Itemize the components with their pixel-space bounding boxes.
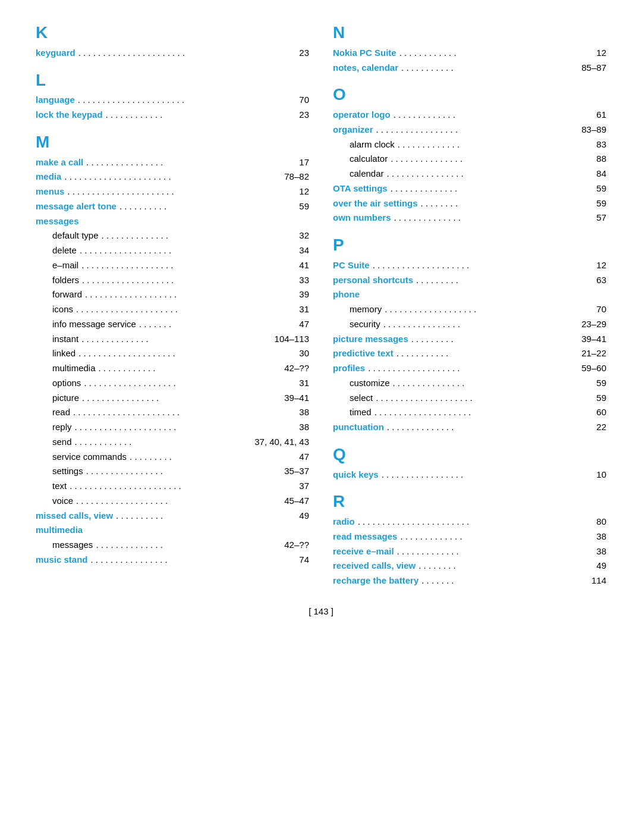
entry-page: 39–41 <box>581 332 606 347</box>
sub-entry-page: 104–113 <box>275 332 309 347</box>
sub-entry-term: default type <box>52 228 99 243</box>
sub-entry-page: 35–37 <box>284 464 309 479</box>
entry-dots: . . . . . . . . . . . . . . . . . . . . … <box>67 184 289 199</box>
entry-page: 12 <box>588 258 606 273</box>
entry-term: lock the keypad <box>36 108 103 123</box>
sub-entry-dots: . . . . . . . . . . . . . . . . . . . <box>84 376 289 391</box>
sub-list-item: timed . . . . . . . . . . . . . . . . . … <box>333 405 606 420</box>
page-layout: Kkeyguard . . . . . . . . . . . . . . . … <box>36 24 606 588</box>
entry-dots: . . . . . . . . . . . . . . <box>391 181 587 196</box>
entry-term: make a call <box>36 155 83 170</box>
sub-entry-term: select <box>350 391 373 406</box>
sub-entry-page: 60 <box>588 405 606 420</box>
entry-page: 21–22 <box>581 346 606 361</box>
sub-entry-dots: . . . . . . . . . . . . . . . . . . . <box>81 258 289 273</box>
entry-term: picture messages <box>333 332 408 347</box>
section-letter: R <box>333 493 606 511</box>
entry-term: own numbers <box>333 211 391 225</box>
sub-entry-term: calendar <box>350 167 384 181</box>
sub-entry-term: security <box>350 317 380 332</box>
entry-dots: . . . . . . . . . . . . . <box>397 544 587 559</box>
entry-page: 38 <box>588 544 606 559</box>
sub-entry-dots: . . . . . . . . . . . . . . . . . . . . … <box>70 479 289 494</box>
list-item: recharge the battery . . . . . . . 114 <box>333 573 606 588</box>
entry-dots: . . . . . . . . . . . . . . . . . . . <box>368 361 580 376</box>
sub-entry-page: 34 <box>291 243 309 258</box>
entry-term: media <box>36 170 61 184</box>
entry-page: 12 <box>291 184 309 199</box>
sub-entry-term: folders <box>52 273 79 288</box>
sub-entry-page: 39 <box>291 287 309 302</box>
entry-term: organizer <box>333 123 373 137</box>
sub-entry-dots: . . . . . . . . . . . . . . <box>102 228 289 243</box>
sub-list-item: security . . . . . . . . . . . . . . . .… <box>333 317 606 332</box>
list-item: language . . . . . . . . . . . . . . . .… <box>36 93 309 108</box>
list-item: missed calls, view . . . . . . . . . . 4… <box>36 509 309 524</box>
sub-entry-term: linked <box>52 346 75 361</box>
entry-term: notes, calendar <box>333 61 398 76</box>
sub-list-item: info message service . . . . . . . 47 <box>36 317 309 332</box>
sub-entry-page: 47 <box>291 450 309 465</box>
entry-dots: . . . . . . . . . <box>411 332 580 347</box>
entry-dots: . . . . . . . . . . . . <box>399 46 587 61</box>
sub-entry-page: 39–41 <box>284 391 309 406</box>
list-item: picture messages . . . . . . . . . 39–41 <box>333 332 606 347</box>
entry-dots: . . . . . . . . . . . . . . <box>387 420 587 435</box>
sub-list-item: default type . . . . . . . . . . . . . .… <box>36 228 309 243</box>
entry-dots: . . . . . . . . . . . . . . . . . . . . … <box>358 515 587 529</box>
list-item: multimedia <box>36 523 309 538</box>
sub-entry-page: 84 <box>588 167 606 181</box>
section-letter: Q <box>333 446 606 464</box>
entry-page: 83–89 <box>581 123 606 137</box>
entry-dots: . . . . . . . . . . . . . . . . . <box>376 123 580 137</box>
sub-entry-dots: . . . . . . . . . . . . . . . . <box>383 317 580 332</box>
sub-entry-dots: . . . . . . . . . . . . . . . . . . . <box>385 302 587 317</box>
entry-page: 59 <box>291 199 309 214</box>
sub-entry-page: 41 <box>291 258 309 273</box>
sub-list-item: settings . . . . . . . . . . . . . . . .… <box>36 464 309 479</box>
entry-page: 61 <box>588 108 606 123</box>
list-item: operator logo . . . . . . . . . . . . . … <box>333 108 606 123</box>
sub-entry-page: 38 <box>291 420 309 435</box>
section-letter: L <box>36 71 309 90</box>
entry-dots: . . . . . . . . . . . . . <box>394 108 587 123</box>
section-letter: N <box>333 24 606 42</box>
sub-entry-page: 47 <box>291 317 309 332</box>
sub-list-item: customize . . . . . . . . . . . . . . . … <box>333 376 606 391</box>
sub-entry-page: 70 <box>588 302 606 317</box>
entry-dots: . . . . . . . . . . . . . <box>400 529 587 544</box>
sub-entry-term: picture <box>52 391 79 406</box>
sub-entry-term: service commands <box>52 450 127 465</box>
sub-list-item: reply . . . . . . . . . . . . . . . . . … <box>36 420 309 435</box>
sub-list-item: calendar . . . . . . . . . . . . . . . .… <box>333 167 606 181</box>
sub-entry-page: 31 <box>291 302 309 317</box>
entry-term: predictive text <box>333 346 394 361</box>
sub-entry-term: multimedia <box>52 361 96 376</box>
entry-term: read messages <box>333 529 397 544</box>
entry-page: 57 <box>588 211 606 225</box>
sub-entry-dots: . . . . . . . . . . . . . . . . . . . . … <box>76 302 289 317</box>
section-letter: M <box>36 133 309 152</box>
entry-term: phone <box>333 287 360 302</box>
sub-entry-dots: . . . . . . . . . . . . . . <box>81 332 272 347</box>
sub-entry-term: forward <box>52 287 82 302</box>
entry-dots: . . . . . . . . . . . . . . . . . . . . <box>373 258 587 273</box>
sub-entry-term: voice <box>52 494 73 509</box>
sub-entry-dots: . . . . . . . . . . . . . . <box>96 538 282 553</box>
sub-list-item: linked . . . . . . . . . . . . . . . . .… <box>36 346 309 361</box>
sub-entry-term: memory <box>350 302 382 317</box>
sub-entry-term: info message service <box>52 317 136 332</box>
entry-dots: . . . . . . . . . . . . . . . . <box>91 553 289 568</box>
sub-entry-dots: . . . . . . . . . . . . . . . . . . . <box>82 273 289 288</box>
sub-list-item: icons . . . . . . . . . . . . . . . . . … <box>36 302 309 317</box>
entry-term: multimedia <box>36 523 83 538</box>
section-letter: O <box>333 86 606 104</box>
sub-entry-term: reply <box>52 420 72 435</box>
entry-term: quick keys <box>333 468 379 482</box>
sub-entry-page: 59 <box>588 376 606 391</box>
sub-entry-term: calculator <box>350 152 388 167</box>
list-item: own numbers . . . . . . . . . . . . . . … <box>333 211 606 225</box>
entry-page: 23 <box>291 46 309 61</box>
sub-entry-page: 38 <box>291 405 309 420</box>
sub-entry-dots: . . . . . . . <box>139 317 289 332</box>
